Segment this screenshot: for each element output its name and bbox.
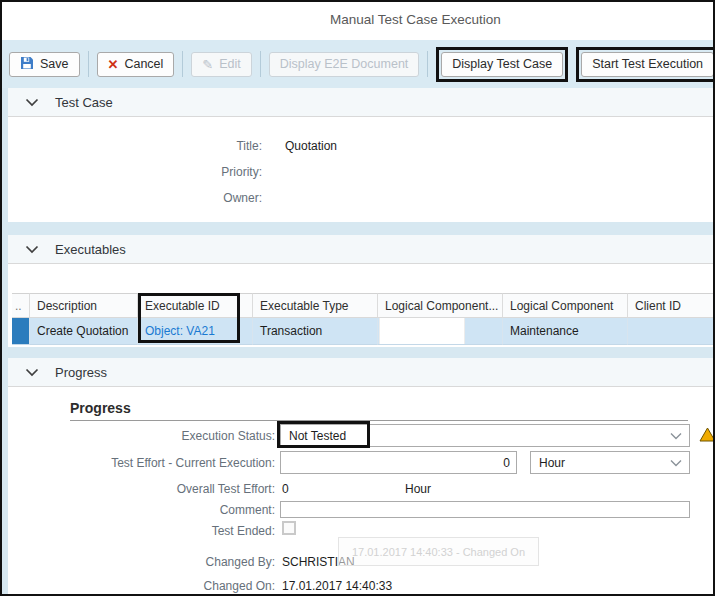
cancel-button[interactable]: ✕ Cancel [97,52,175,77]
executables-table-header: .. Description Executable ID Executable … [12,293,713,318]
priority-label: Priority: [8,165,262,179]
progress-panel-title: Progress [70,400,131,416]
collapse-chevron-icon[interactable] [25,93,39,111]
test-case-section-header[interactable]: Test Case [8,88,713,117]
row-selection-indicator[interactable] [12,318,30,345]
cancel-icon: ✕ [108,58,119,71]
panel-divider [70,420,688,421]
cell-logical-component-short [378,318,503,345]
changed-on-value: 17.01.2017 14:40:33 [282,579,392,593]
test-ended-label: Test Ended: [8,524,275,538]
logical-component-edit-field[interactable] [379,318,465,345]
table-row[interactable]: Create Quotation Object: VA21 Transactio… [12,318,713,345]
overall-test-effort-unit: Hour [405,482,431,496]
execution-status-select[interactable]: Not Tested [280,424,690,447]
cancel-button-label: Cancel [124,57,163,71]
test-ended-checkbox[interactable] [282,521,296,535]
executable-id-link[interactable]: Object: VA21 [145,324,215,338]
column-header-description[interactable]: Description [30,293,138,318]
executables-table: .. Description Executable ID Executable … [12,293,713,345]
executables-section-title: Executables [55,242,126,257]
toolbar-separator [182,51,183,77]
start-test-execution-button[interactable]: Start Test Execution [581,52,714,77]
chevron-down-icon [670,456,682,470]
executables-section-header[interactable]: Executables [8,235,713,264]
column-header-logical-component[interactable]: Logical Component [503,293,628,318]
save-icon [20,56,34,73]
test-effort-input[interactable] [280,451,517,474]
toolbar-separator [427,51,428,77]
test-case-section-title: Test Case [55,95,113,110]
overall-test-effort-label: Overall Test Effort: [8,482,275,496]
page-title: Manual Test Case Execution [330,12,501,27]
changed-by-label: Changed By: [8,555,275,569]
ghost-tooltip-changed-on: 17.01.2017 14:40:33 - Changed On [338,537,539,566]
cell-client-id [628,318,713,345]
column-header-selection[interactable]: .. [12,293,30,318]
toolbar-separator [88,51,89,77]
edit-pencil-icon: ✎ [202,58,213,71]
collapse-chevron-icon[interactable] [25,240,39,258]
comment-label: Comment: [8,503,275,517]
overall-test-effort-value: 0 [282,482,289,496]
annotation-box-start-test-execution: Start Test Execution [576,47,715,82]
comment-input[interactable] [280,501,690,518]
cell-executable-id: Object: VA21 [138,318,253,345]
section-test-case: Test Case Title: Quotation Priority: Own… [8,88,713,222]
title-label: Title: [8,139,262,153]
execution-status-value: Not Tested [289,429,346,443]
section-progress: Progress Progress Execution Status: Not … [8,358,713,594]
warning-icon [699,427,715,446]
column-header-client-id[interactable]: Client ID [628,293,713,318]
progress-section-title: Progress [55,365,107,380]
save-button-label: Save [40,57,69,71]
column-header-logical-component-short[interactable]: Logical Component... [378,293,503,318]
column-header-executable-type[interactable]: Executable Type [253,293,378,318]
changed-on-label: Changed On: [8,579,275,593]
save-button[interactable]: Save [9,52,80,77]
test-effort-unit-select[interactable]: Hour [530,451,690,474]
column-header-executable-id[interactable]: Executable ID [138,293,253,318]
cell-logical-component: Maintenance [503,318,628,345]
edit-button[interactable]: ✎ Edit [191,52,251,77]
manual-test-case-execution-window: Manual Test Case Execution Save ✕ Cancel… [0,0,715,596]
toolbar: Save ✕ Cancel ✎ Edit Display E2E Documen… [2,40,713,88]
annotation-box-display-test-case: Display Test Case [436,47,568,82]
progress-section-header[interactable]: Progress [8,358,713,387]
display-e2e-document-button[interactable]: Display E2E Document [269,52,420,77]
cell-executable-type: Transaction [253,318,378,345]
titlebar: Manual Test Case Execution [2,2,713,40]
title-value: Quotation [285,139,337,153]
display-test-case-button[interactable]: Display Test Case [441,52,563,77]
test-effort-label: Test Effort - Current Execution: [8,456,275,470]
owner-label: Owner: [8,191,262,205]
cell-description: Create Quotation [30,318,138,345]
section-executables: Executables .. Description Executable ID… [8,235,713,347]
collapse-chevron-icon[interactable] [25,363,39,381]
toolbar-separator [260,51,261,77]
test-effort-unit-value: Hour [539,456,565,470]
edit-button-label: Edit [219,57,241,71]
chevron-down-icon [670,429,682,443]
execution-status-label: Execution Status: [8,429,275,443]
